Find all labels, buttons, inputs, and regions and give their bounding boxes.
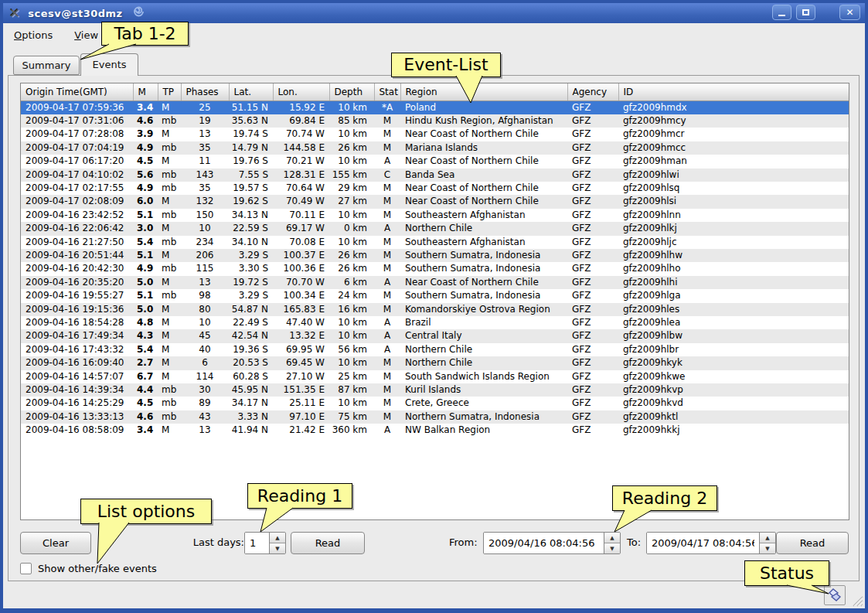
cell-agency: GFZ (567, 397, 618, 410)
table-row[interactable]: 2009-04-16 14:25:294.5mb8934.17 N25.11 E… (21, 397, 849, 410)
table-row[interactable]: 2009-04-16 19:55:275.1mb983.29 S100.34 E… (21, 289, 849, 302)
from-datetime-input[interactable] (484, 533, 604, 553)
column-header[interactable]: Region (400, 83, 567, 100)
table-row[interactable]: 2009-04-17 02:17:554.9mb3519.57 S70.64 W… (21, 182, 849, 195)
from-up-arrow-icon[interactable]: ▲ (604, 533, 620, 543)
to-datetime-input[interactable] (647, 533, 759, 553)
cell-depth: 10 km (329, 356, 374, 370)
cell-lat: 45.95 N (229, 383, 273, 397)
cell-tp: mb (158, 262, 181, 275)
cell-m: 5.4 (133, 343, 158, 356)
cell-phases: 25 (181, 100, 229, 114)
table-row[interactable]: 2009-04-16 08:58:093.4M1341.94 N21.42 E3… (21, 424, 849, 437)
cell-id: gfz2009hkyk (618, 356, 849, 370)
column-header[interactable]: Lon. (273, 83, 329, 100)
cell-phases: 206 (181, 249, 229, 262)
minimize-button[interactable] (772, 5, 791, 20)
table-row[interactable]: 2009-04-17 02:08:096.0M13219.62 S70.49 W… (21, 195, 849, 208)
table-row[interactable]: 2009-04-16 23:42:525.1mb15034.13 N70.11 … (21, 209, 849, 222)
cell-tp: mb (158, 410, 181, 424)
cell-id: gfz2009hljc (618, 236, 849, 249)
menu-options[interactable]: Options (14, 29, 53, 41)
column-header[interactable]: Depth (329, 83, 374, 100)
cell-m: 4.5 (133, 397, 158, 410)
cell-lon: 69.95 W (273, 343, 329, 356)
last-days-label: Last days: (182, 536, 244, 548)
table-row[interactable]: 2009-04-16 20:42:304.9mb1153.30 S100.36 … (21, 262, 849, 275)
tab-events[interactable]: Events (80, 53, 138, 76)
column-header[interactable]: M (133, 83, 158, 100)
table-row[interactable]: 2009-04-16 16:09:402.7M620.53 S69.45 W10… (21, 356, 849, 370)
cell-time: 2009-04-17 07:04:19 (21, 141, 133, 155)
table-row[interactable]: 2009-04-17 07:31:064.6mb1935.63 N69.84 E… (21, 114, 849, 128)
show-fake-events-checkbox[interactable] (20, 563, 32, 574)
read-last-days-button[interactable]: Read (291, 532, 365, 554)
cell-time: 2009-04-16 23:42:52 (21, 209, 133, 222)
table-row[interactable]: 2009-04-16 14:39:344.4mb3045.95 N151.35 … (21, 383, 849, 397)
resize-grip[interactable] (849, 593, 863, 607)
cell-lat: 20.53 S (229, 356, 273, 370)
cell-id: gfz2009hlhi (618, 276, 849, 289)
cell-depth: 10 km (329, 100, 374, 114)
last-days-up-arrow-icon[interactable]: ▲ (270, 533, 285, 543)
table-row[interactable]: 2009-04-17 07:59:363.4M2551.15 N15.92 E1… (21, 100, 849, 114)
cell-lat: 19.74 S (229, 128, 273, 141)
table-row[interactable]: 2009-04-17 06:17:204.5M1119.76 S70.21 W1… (21, 155, 849, 168)
table-row[interactable]: 2009-04-16 19:15:365.0M8054.87 N165.83 E… (21, 303, 849, 316)
cell-region: Near Coast of Northern Chile (400, 276, 567, 289)
table-row[interactable]: 2009-04-17 04:10:025.6mb1437.55 S128.31 … (21, 169, 849, 182)
cell-time: 2009-04-17 06:17:20 (21, 155, 133, 168)
read-range-button[interactable]: Read (776, 532, 849, 554)
table-row[interactable]: 2009-04-16 20:51:445.1M2063.29 S100.37 E… (21, 249, 849, 262)
column-header[interactable]: Agency (567, 83, 618, 100)
cell-tp: M (158, 329, 181, 342)
clear-button[interactable]: Clear (20, 532, 91, 554)
table-row[interactable]: 2009-04-16 20:35:205.0M1319.72 S70.70 W6… (21, 276, 849, 289)
cell-id: gfz2009hkkj (618, 424, 849, 437)
cell-depth: 10 km (329, 397, 374, 410)
last-days-down-arrow-icon[interactable]: ▼ (270, 543, 285, 553)
table-row[interactable]: 2009-04-17 07:28:083.9M1319.74 S70.74 W1… (21, 128, 849, 141)
cell-lat: 41.94 N (229, 424, 273, 437)
menu-view[interactable]: View (74, 29, 98, 41)
titlebar: ✕ scesv@st30dmz ✕ (3, 3, 865, 23)
table-row[interactable]: 2009-04-16 14:57:076.7M11460.28 S27.10 W… (21, 370, 849, 383)
connection-status-icon (827, 588, 842, 602)
column-header[interactable]: Lat. (229, 83, 273, 100)
cell-phases: 98 (181, 289, 229, 302)
cell-time: 2009-04-16 21:27:50 (21, 236, 133, 249)
last-days-input[interactable] (245, 533, 269, 553)
cell-lon: 165.83 E (273, 303, 329, 316)
maximize-button[interactable] (796, 5, 815, 20)
cell-region: Mariana Islands (400, 141, 567, 155)
callout-reading-1: Reading 1 (247, 483, 352, 509)
column-header[interactable]: ID (618, 83, 849, 100)
to-up-arrow-icon[interactable]: ▲ (760, 533, 775, 543)
column-header[interactable]: Stat (374, 83, 400, 100)
table-row[interactable]: 2009-04-16 17:49:344.3M4542.54 N13.32 E1… (21, 329, 849, 342)
column-header[interactable]: Phases (181, 83, 229, 100)
table-row[interactable]: 2009-04-16 18:54:284.8M1022.49 S47.40 W1… (21, 316, 849, 329)
cell-id: gfz2009hlnn (618, 209, 849, 222)
table-row[interactable]: 2009-04-16 21:27:505.4mb23434.10 N70.08 … (21, 236, 849, 249)
cell-time: 2009-04-17 02:17:55 (21, 182, 133, 195)
tab-summary[interactable]: Summary (13, 56, 80, 75)
connection-status-button[interactable] (824, 585, 846, 605)
close-button[interactable]: ✕ (839, 5, 860, 20)
cell-lon: 15.92 E (273, 100, 329, 114)
to-down-arrow-icon[interactable]: ▼ (760, 543, 775, 553)
from-down-arrow-icon[interactable]: ▼ (604, 543, 620, 553)
column-header[interactable]: TP (158, 83, 181, 100)
cell-time: 2009-04-17 07:31:06 (21, 114, 133, 128)
cell-lon: 70.08 E (273, 236, 329, 249)
cell-id: gfz2009hlsi (618, 195, 849, 208)
table-row[interactable]: 2009-04-16 17:43:325.4M4019.36 S69.95 W5… (21, 343, 849, 356)
window-x11-icon: ✕ (9, 7, 20, 20)
table-row[interactable]: 2009-04-17 07:04:194.9mb3514.79 N144.58 … (21, 141, 849, 155)
cell-lon: 69.45 W (273, 356, 329, 370)
table-row[interactable]: 2009-04-16 13:33:134.6mb433.33 N97.10 E7… (21, 410, 849, 424)
table-row[interactable]: 2009-04-16 22:06:423.0M1022.59 S69.17 W0… (21, 222, 849, 235)
column-header[interactable]: Origin Time(GMT) (21, 83, 133, 100)
cell-lon: 70.64 W (273, 182, 329, 195)
cell-lat: 19.36 S (229, 343, 273, 356)
